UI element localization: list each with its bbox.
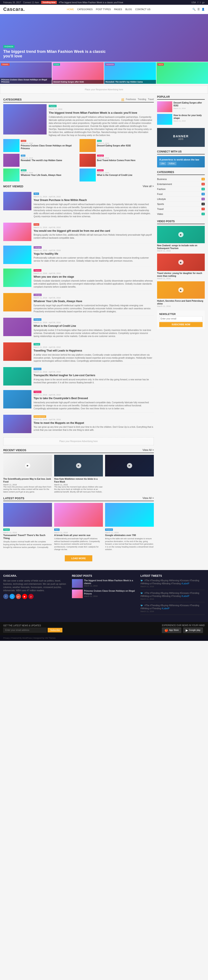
time: Connect 11:4am: [23, 1, 39, 4]
menu-icon[interactable]: ☰: [197, 8, 200, 11]
video-post-2[interactable]: ▶ Travel stories: young for daughter for…: [157, 254, 205, 280]
article-title-2[interactable]: You would see the biggest gift would be …: [33, 229, 154, 233]
cat-item-6[interactable]: Sports 4: [157, 202, 205, 207]
google-play-label: Google play: [189, 629, 200, 631]
small-post-2[interactable]: Food March 11, 2016 Dessert Eating Surge…: [79, 139, 154, 152]
cat-tab-travel[interactable]: Travel: [148, 98, 154, 101]
footer-fb-icon[interactable]: f: [3, 594, 8, 599]
cat-item-8[interactable]: Video 2: [157, 212, 205, 216]
featured-post-title[interactable]: The biggest trend from Milan Fashion Wee…: [49, 111, 154, 115]
footer-tw-icon[interactable]: t: [10, 594, 15, 599]
tweet-link-2[interactable]: #LabelP: [181, 595, 189, 597]
article-title-8[interactable]: Transpacific Market tougher for Low-cost…: [33, 374, 154, 377]
app-store-button[interactable]: 🍎 App Store: [162, 627, 181, 633]
thumb-item-1[interactable]: Travel Princess Cruises Class Ocean Holi…: [0, 62, 52, 84]
trending-button[interactable]: Trending Now: [41, 1, 57, 4]
video-play-1[interactable]: ▶: [178, 232, 184, 237]
latest-post-2[interactable]: Tech March 11, 2016 A break from all you…: [54, 503, 103, 552]
search-icon[interactable]: 🔍: [192, 8, 196, 11]
load-more-button[interactable]: LOAD MORE: [65, 555, 92, 562]
video-card-3[interactable]: ▶: [105, 455, 154, 493]
recent-videos-view-all[interactable]: View All >: [143, 449, 154, 452]
latest-posts-view-all[interactable]: View All >: [143, 496, 154, 500]
gp-icon[interactable]: g+: [202, 1, 205, 4]
nav-home[interactable]: Home: [67, 8, 74, 11]
play-button-1[interactable]: ▶: [25, 463, 30, 468]
footer-gp-icon[interactable]: g+: [16, 594, 21, 599]
cat-tab-trending[interactable]: Trending: [138, 98, 146, 101]
most-viewed-view-all[interactable]: View all >: [143, 185, 154, 188]
cat-name-5: Lifestyle: [157, 198, 166, 200]
newsletter-input[interactable]: [159, 316, 203, 321]
cat-item-5[interactable]: Lifestyle 5: [157, 197, 205, 202]
video-post-1[interactable]: ▶ New Zealand: songs to include note on …: [157, 226, 205, 252]
hero-title: The biggest trend from Milan Fashion Wee…: [3, 49, 111, 59]
user-icon[interactable]: 👤: [202, 8, 205, 11]
play-button-2[interactable]: ▶: [76, 463, 81, 468]
cat-item-2[interactable]: Entertainment 6: [157, 182, 205, 187]
small-post-5[interactable]: Sports March 11, 2016 Whatever Your Life…: [3, 169, 78, 181]
video-play-3[interactable]: ▶: [178, 287, 184, 293]
cat-tab-freshness[interactable]: Freshness: [126, 98, 136, 101]
tweet-link-1[interactable]: #LabelP: [181, 582, 189, 585]
popular-item-2[interactable]: How to dress for your body shape March 1…: [157, 114, 205, 125]
site-logo[interactable]: Cascara.: [3, 6, 25, 12]
cat-item-1[interactable]: Business 9: [157, 177, 205, 182]
follow-button[interactable]: Follow: [167, 162, 176, 165]
article-title-7[interactable]: Travelling That will Leads to Happiness: [33, 349, 154, 353]
footer-newsletter-input[interactable]: [3, 628, 47, 633]
newsletter-section: NEWSLETTER SUBSCRIBE NOW: [157, 310, 205, 329]
video-card-2[interactable]: ▶ How Kate Middleton remove his bloke in…: [54, 455, 103, 493]
footer-yt-icon[interactable]: ▶: [22, 594, 27, 599]
tweet-link-3[interactable]: #LabelP: [162, 607, 170, 610]
newsletter-button[interactable]: SUBSCRIBE NOW: [159, 322, 203, 327]
article-title-5[interactable]: Whatever Your Life Goals, Always Have: [33, 299, 154, 303]
latest-post-3[interactable]: Finance March 11, 2016 Google eliminates…: [105, 503, 154, 552]
google-play-button[interactable]: ▶ Google play: [183, 627, 203, 633]
cat-item-3[interactable]: Fashion 8: [157, 187, 205, 192]
nav-contact[interactable]: Contact Us: [135, 8, 151, 11]
article-item-5: Lifestyle March 11, 2016 · April 06, 201…: [3, 291, 154, 315]
video-post-3[interactable]: ▶ Hubert, Secretes Force and Saint Peter…: [157, 281, 205, 307]
twitter-icon-3: 🐦: [140, 604, 143, 607]
nav-categories[interactable]: Categories: [77, 8, 92, 11]
footer-logo[interactable]: Cascara.: [3, 574, 68, 578]
article-title-4[interactable]: When you see stars on the stage: [33, 275, 154, 279]
small-post-4[interactable]: Lifestyle March 11, 2016 Best Travel Adv…: [79, 154, 154, 167]
cat-tab-all[interactable]: All: [121, 98, 124, 101]
nav-blog[interactable]: Blog: [125, 8, 132, 11]
video-title-1: The Scientifically-proven Way to Eat les…: [3, 477, 52, 483]
video-thumb-1: ▶: [3, 455, 52, 476]
video-play-2[interactable]: ▶: [178, 260, 184, 265]
small-post-6[interactable]: Fashion March 11, 2016 What is the Conce…: [79, 169, 154, 181]
small-post-1[interactable]: Travel March 11, 2016 Princess Cruises C…: [3, 139, 78, 152]
small-post-3[interactable]: Tech March 11, 2016 Revealed: The world'…: [3, 154, 78, 167]
popular-item-1[interactable]: Dessert Eating Surges after 8192 March 1…: [157, 101, 205, 112]
recent-videos-header: RECENT VIDEOS View All >: [3, 449, 154, 453]
article-title-6[interactable]: What is the Concept of Credit Line: [33, 324, 154, 328]
footer-recent-post-1[interactable]: The biggest trend from Milan Fashion Wee…: [72, 579, 136, 588]
fb-icon[interactable]: f: [198, 1, 198, 4]
cat-item-7[interactable]: Travel 7: [157, 207, 205, 212]
play-button-3[interactable]: ▶: [127, 463, 132, 468]
cat-count-8: 2: [202, 213, 205, 215]
article-title-10[interactable]: Time to meet the Muppets on the Muppet: [33, 421, 154, 425]
thumb-item-4[interactable]: Tech: [156, 62, 208, 84]
thumb-item-3[interactable]: Fashion Revealed: The world's top Hidden…: [104, 62, 156, 84]
footer-about-text: We can cover a wide variety of fields su…: [3, 579, 68, 592]
tw-icon[interactable]: t: [200, 1, 201, 4]
like-button[interactable]: Like: [159, 162, 167, 165]
article-excerpt-5: Dynamically target high-payoff intellect…: [33, 304, 154, 313]
latest-post-1[interactable]: Travel March 11, 2016 Tomasamie! Travel?…: [3, 503, 52, 552]
video-card-1[interactable]: ▶ The Scientifically-proven Way to Eat l…: [3, 455, 52, 493]
article-title-9[interactable]: Tips to take the Countryside's Best Dres…: [33, 396, 154, 400]
nav-pages[interactable]: Pages: [114, 8, 122, 11]
thumb-item-2[interactable]: Food Dessert Eating Surges after 8192: [52, 62, 104, 84]
article-title-3[interactable]: Yoga for healthy life: [33, 252, 154, 256]
footer-recent-post-2[interactable]: Princess Cruises Class Ocean Holidays on…: [72, 590, 136, 598]
cat-item-4[interactable]: Food 3: [157, 192, 205, 197]
article-title-1[interactable]: Your Dream Purchase is Now Within Reach: [33, 198, 154, 202]
footer-pi-icon[interactable]: p: [29, 594, 33, 599]
footer-newsletter-button[interactable]: Subscribe: [48, 628, 62, 632]
nav-post-types[interactable]: Post Types: [96, 8, 111, 11]
